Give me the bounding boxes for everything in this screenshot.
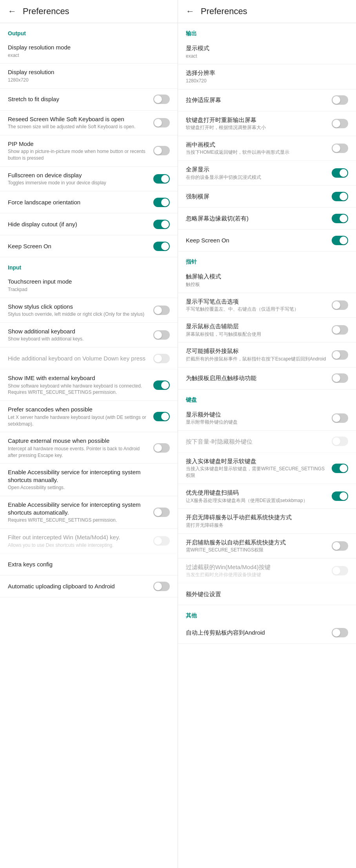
pref-item[interactable]: 强制横屏 (178, 186, 356, 207)
toggle[interactable] (332, 119, 348, 128)
pref-item[interactable]: Enable Accessibility service for interce… (0, 496, 178, 529)
pref-item: Display resolution mode exact (0, 39, 178, 64)
pref-item[interactable]: Show IME with external keyboard Show sof… (0, 369, 178, 401)
pref-item[interactable]: 软键盘打开时重新输出屏幕 软键盘打开时，根据情况调整屏幕大小 (178, 111, 356, 136)
pref-text: Extra keys config (8, 560, 165, 568)
pref-item[interactable]: 画中画模式 当按下HOME或返回键时，软件以画中画形式显示 (178, 136, 356, 161)
pref-subtitle: Allows you to use Dex shortcuts while in… (8, 542, 149, 549)
toggle[interactable] (153, 443, 170, 453)
toggle[interactable] (153, 146, 170, 155)
toggle[interactable] (153, 242, 170, 251)
pref-title: 选择分辨率 (186, 69, 343, 77)
pref-item[interactable]: PIP Mode Show app in picture-in-picture … (0, 135, 178, 167)
pref-text: 尽可能捕获外接鼠标 拦截所有的外接鼠标事件，鼠标指针在按下Escape键后回到A… (186, 347, 327, 362)
toggle[interactable] (153, 306, 170, 315)
toggle[interactable] (332, 214, 348, 223)
toggle[interactable] (332, 325, 348, 335)
section-label: Input (0, 257, 178, 273)
pref-text: 额外键位设置 (186, 590, 343, 598)
toggle[interactable] (153, 95, 170, 104)
pref-title: 接入实体键盘时显示软键盘 (186, 457, 327, 465)
pref-item[interactable]: Keep Screen On (0, 235, 178, 257)
pref-item[interactable]: 显示手写笔点击选项 手写笔触控覆盖左、中、右键点击（仅适用于手写笔） (178, 293, 356, 318)
pref-item[interactable]: Force landscape orientation (0, 191, 178, 213)
toggle[interactable] (332, 144, 348, 153)
pref-item[interactable]: Show additional keyboard Show keyboard w… (0, 323, 178, 348)
toggle[interactable] (153, 118, 170, 127)
pref-title: Display resolution (8, 68, 165, 76)
toggle[interactable] (153, 174, 170, 184)
toggle[interactable] (332, 192, 348, 201)
pref-item[interactable]: Reseed Screen While Soft Keyboard is ope… (0, 111, 178, 135)
pref-item[interactable]: Filter out intercepted Win (Meta/Mod4) k… (0, 529, 178, 553)
pref-item[interactable]: 优先使用键盘扫描码 让X服务器处理实体键盘布局（使用DE设置或setxkbmap… (178, 484, 356, 509)
pref-item[interactable]: 全屏显示 在你的设备显示屏中切换沉浸式模式 (178, 161, 356, 186)
pref-title: 显示鼠标点击辅助层 (186, 322, 327, 330)
pref-item[interactable]: Hide display cutout (if any) (0, 213, 178, 235)
pref-subtitle: exact (186, 53, 343, 60)
left-content: Output Display resolution mode exact Dis… (0, 23, 178, 597)
toggle[interactable] (332, 413, 348, 423)
pref-subtitle: 1280x720 (8, 77, 165, 84)
toggle[interactable] (153, 198, 170, 207)
toggle[interactable] (332, 491, 348, 501)
pref-item[interactable]: 忽略屏幕边缘裁切(若有) (178, 207, 356, 229)
toggle[interactable] (332, 373, 348, 383)
pref-item[interactable]: Stretch to fit display (0, 89, 178, 111)
pref-item[interactable]: 自动上传剪贴板内容到Android (178, 622, 356, 644)
pref-item: Extra keys config (0, 553, 178, 575)
pref-item[interactable]: 尽可能捕获外接鼠标 拦截所有的外接鼠标事件，鼠标指针在按下Escape键后回到A… (178, 342, 356, 367)
toggle[interactable] (153, 330, 170, 340)
pref-text: Automatic uploading clipboard to Android (8, 582, 149, 590)
pref-item[interactable]: 为触摸板启用点触移动功能 (178, 368, 356, 389)
pref-text: 为触摸板启用点触移动功能 (186, 374, 327, 382)
pref-item[interactable]: 接入实体键盘时显示软键盘 当接入实体键盘时显示软键盘，需要WRITE_SECUR… (178, 453, 356, 484)
pref-title: 自动上传剪贴板内容到Android (186, 629, 327, 637)
pref-item[interactable]: Automatic uploading clipboard to Android (0, 575, 178, 597)
toggle[interactable] (332, 95, 348, 105)
pref-subtitle: 在你的设备显示屏中切换沉浸式模式 (186, 174, 327, 181)
pref-item[interactable]: 过滤截获的Win(Meta/Mod4)按键 当发生拦截时允许你使用设备快捷键 (178, 559, 356, 583)
toggle[interactable] (332, 236, 348, 245)
right-back-icon[interactable]: ← (186, 6, 194, 16)
toggle[interactable] (153, 220, 170, 229)
toggle[interactable] (153, 536, 170, 546)
pref-text: Filter out intercepted Win (Meta/Mod4) k… (8, 533, 149, 548)
pref-subtitle: 需WRITE_SECURE_SETTINGS权限 (186, 547, 327, 553)
pref-title: Reseed Screen While Soft Keyboard is ope… (8, 115, 149, 123)
left-back-icon[interactable]: ← (8, 6, 16, 16)
toggle[interactable] (332, 628, 348, 637)
toggle[interactable] (332, 541, 348, 551)
toggle[interactable] (332, 437, 348, 446)
toggle[interactable] (332, 300, 348, 310)
pref-item[interactable]: Hide additional keyboard on Volume Down … (0, 348, 178, 369)
pref-text: 接入实体键盘时显示软键盘 当接入实体键盘时显示软键盘，需要WRITE_SECUR… (186, 457, 327, 479)
pref-subtitle: 当接入实体键盘时显示软键盘，需要WRITE_SECURE_SETTINGS权限 (186, 466, 327, 479)
toggle[interactable] (332, 464, 348, 473)
pref-text: 软键盘打开时重新输出屏幕 软键盘打开时，根据情况调整屏幕大小 (186, 116, 327, 131)
pref-item[interactable]: 按下音量-时隐藏额外键位 (178, 431, 356, 453)
toggle[interactable] (153, 582, 170, 591)
toggle[interactable] (332, 168, 348, 178)
pref-title: 显示模式 (186, 44, 343, 52)
pref-item[interactable]: Keep Screen On (178, 229, 356, 251)
pref-item[interactable]: Prefer scancodes when possible Let X ser… (0, 401, 178, 432)
pref-item[interactable]: 拉伸适应屏幕 (178, 89, 356, 111)
pref-title: Hide display cutout (if any) (8, 220, 149, 228)
pref-item[interactable]: Show stylus click options Stylus touch o… (0, 298, 178, 323)
pref-item[interactable]: Capture external mouse when possible Int… (0, 432, 178, 464)
pref-title: 尽可能捕获外接鼠标 (186, 347, 327, 355)
pref-item[interactable]: 显示鼠标点击辅助层 屏幕鼠标按钮，可与触摸板配合使用 (178, 318, 356, 342)
toggle[interactable] (332, 350, 348, 360)
pref-item[interactable]: 开启辅助服务以自动拦截系统快捷方式 需WRITE_SECURE_SETTINGS… (178, 534, 356, 559)
toggle[interactable] (332, 566, 348, 575)
pref-title: Force landscape orientation (8, 198, 149, 206)
toggle[interactable] (153, 508, 170, 517)
toggle[interactable] (153, 354, 170, 363)
pref-item[interactable]: Fullscreen on device display Toggles imm… (0, 167, 178, 191)
toggle[interactable] (153, 412, 170, 421)
pref-item[interactable]: 显示额外键位 显示附带额外键位的键盘 (178, 406, 356, 431)
pref-title: 忽略屏幕边缘裁切(若有) (186, 215, 327, 222)
pref-text: 开启辅助服务以自动拦截系统快捷方式 需WRITE_SECURE_SETTINGS… (186, 539, 327, 553)
toggle[interactable] (153, 380, 170, 390)
